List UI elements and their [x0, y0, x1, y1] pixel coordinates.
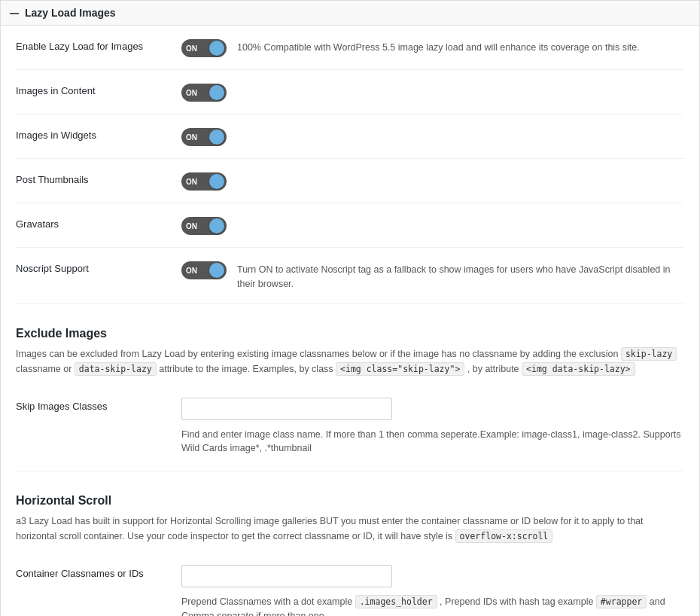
overflow-code: overflow-x:scroll [455, 529, 553, 543]
enable-lazy-load-control: ON 100% Compatible with WordPress 5.5 im… [181, 38, 684, 57]
noscript-support-control: ON Turn ON to activate Noscript tag as a… [181, 260, 684, 291]
setting-row-post-thumbnails: Post Thumbnails ON [16, 159, 684, 203]
gravatars-toggle[interactable]: ON [181, 217, 227, 235]
toggle-on-label: ON [186, 89, 197, 97]
horizontal-scroll-title: Horizontal Scroll [16, 494, 684, 508]
lazy-load-panel: Lazy Load Images Enable Lazy Load for Im… [0, 0, 700, 616]
container-classnames-label: Container Classnames or IDs [16, 565, 181, 579]
img-attr-example-code: <img data-skip-lazy> [522, 362, 635, 376]
toggle-track: ON [181, 261, 227, 279]
exclude-desc-text1: Images can be excluded from Lazy Load by… [16, 349, 621, 359]
gravatars-control: ON [181, 215, 684, 235]
toggle-thumb [209, 174, 224, 189]
post-thumbnails-control: ON [181, 171, 684, 191]
toggle-track: ON [181, 128, 227, 146]
exclude-images-description: Images can be excluded from Lazy Load by… [16, 346, 684, 377]
toggle-track: ON [181, 217, 227, 235]
exclude-desc-text3: attribute to the image. Examples, by cla… [157, 364, 336, 374]
toggle-thumb [209, 85, 224, 100]
toggle-on-label: ON [186, 133, 197, 142]
skip-images-classes-label: Skip Images Classes [16, 398, 181, 412]
horizontal-scroll-section: Horizontal Scroll a3 Lazy Load has built… [16, 471, 684, 616]
noscript-support-label: Noscript Support [16, 260, 181, 274]
toggle-thumb [209, 41, 224, 56]
noscript-support-description: Turn ON to activate Noscript tag as a fa… [237, 260, 684, 291]
toggle-thumb [209, 263, 224, 278]
images-in-content-control: ON [181, 82, 684, 102]
images-holder-code: .images_holder [355, 595, 437, 608]
images-in-content-toggle[interactable]: ON [181, 84, 227, 102]
setting-row-skip-images-classes: Skip Images Classes Find and enter image… [16, 386, 684, 468]
images-in-content-label: Images in Content [16, 82, 181, 96]
container-classnames-input[interactable] [181, 565, 392, 587]
data-skip-lazy-code: data-skip-lazy [75, 362, 157, 376]
images-in-widgets-toggle[interactable]: ON [181, 128, 227, 146]
toggle-track: ON [181, 84, 227, 102]
toggle-on-label: ON [186, 178, 197, 186]
skip-images-classes-input[interactable] [181, 398, 392, 420]
setting-row-gravatars: Gravatars ON [16, 203, 684, 248]
toggle-thumb [209, 130, 224, 145]
wrapper-code: #wrapper [596, 595, 647, 608]
exclude-images-section: Exclude Images Images can be excluded fr… [16, 304, 684, 472]
enable-lazy-load-toggle[interactable]: ON [181, 39, 227, 57]
post-thumbnails-label: Post Thumbnails [16, 171, 181, 185]
setting-row-enable-lazy-load: Enable Lazy Load for Images ON 100% Comp… [16, 26, 684, 70]
post-thumbnails-toggle[interactable]: ON [181, 172, 227, 191]
toggle-on-label: ON [186, 44, 197, 53]
toggle-track: ON [181, 172, 227, 191]
setting-row-images-in-content: Images in Content ON [16, 70, 684, 114]
toggle-on-label: ON [186, 222, 197, 230]
panel-body: Enable Lazy Load for Images ON 100% Comp… [1, 26, 699, 616]
container-desc-text2: , Prepend IDs with hash tag example [437, 596, 596, 607]
exclude-desc-text2: classname or [16, 364, 75, 374]
minus-icon [10, 13, 19, 14]
container-classnames-control: Prepend Classnames with a dot example .i… [181, 565, 684, 616]
toggle-on-label: ON [186, 267, 197, 275]
img-class-example-code: <img class="skip-lazy"> [336, 362, 464, 376]
panel-title: Lazy Load Images [25, 7, 116, 19]
gravatars-label: Gravatars [16, 215, 181, 230]
noscript-support-toggle[interactable]: ON [181, 261, 227, 279]
horizontal-scroll-description: a3 Lazy Load has built in support for Ho… [16, 514, 684, 544]
panel-header: Lazy Load Images [1, 1, 699, 26]
enable-lazy-load-label: Enable Lazy Load for Images [16, 38, 181, 52]
toggle-track: ON [181, 39, 227, 57]
container-desc-text1: Prepend Classnames with a dot example [181, 596, 355, 607]
images-in-widgets-control: ON [181, 127, 684, 146]
setting-row-noscript-support: Noscript Support ON Turn ON to activate … [16, 248, 684, 304]
setting-row-container-classnames: Container Classnames or IDs Prepend Clas… [16, 553, 684, 616]
setting-row-images-in-widgets: Images in Widgets ON [16, 114, 684, 159]
toggle-thumb [209, 218, 224, 233]
exclude-images-title: Exclude Images [16, 327, 684, 340]
enable-lazy-load-description: 100% Compatible with WordPress 5.5 image… [237, 38, 684, 55]
exclude-desc-text4: , by attribute [464, 364, 522, 374]
skip-images-classes-control: Find and enter image class name. If more… [181, 398, 684, 456]
container-classnames-description: Prepend Classnames with a dot example .i… [181, 592, 684, 616]
skip-lazy-code: skip-lazy [621, 347, 677, 361]
skip-images-classes-description: Find and enter image class name. If more… [181, 425, 684, 456]
images-in-widgets-label: Images in Widgets [16, 127, 181, 141]
